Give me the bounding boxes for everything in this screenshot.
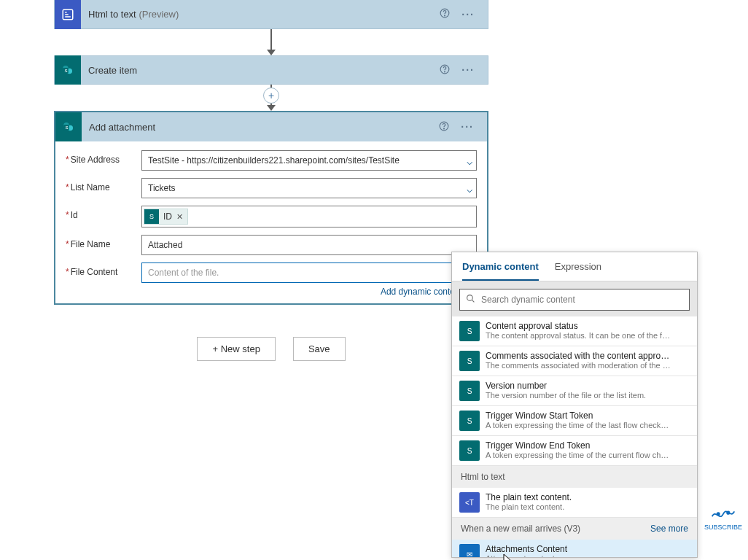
dynamic-content-list[interactable]: S Content approval statusThe content app… bbox=[452, 316, 697, 557]
sharepoint-icon: S bbox=[459, 321, 480, 341]
search-icon bbox=[466, 294, 475, 306]
action-create-item[interactable]: S Create item ··· bbox=[54, 55, 488, 85]
action-html-to-text[interactable]: Html to text (Preview) ··· bbox=[54, 0, 488, 29]
new-step-button[interactable]: + New step bbox=[197, 337, 275, 361]
list-name-select[interactable]: Tickets ⌵ bbox=[141, 178, 477, 198]
subscribe-watermark: SUBSCRIBE bbox=[704, 504, 742, 531]
dynamic-content-popup: Dynamic content Expression S Content app… bbox=[451, 252, 698, 558]
group-header-html-to-text: Html to text bbox=[452, 466, 697, 488]
site-address-select[interactable]: TestSite - https://citizenbuilders221.sh… bbox=[141, 150, 477, 171]
tab-dynamic-content[interactable]: Dynamic content bbox=[462, 252, 539, 281]
list-item-attachments-content[interactable]: ✉ Attachments ContentAttachment content bbox=[452, 540, 697, 557]
label-site-address: *Site Address bbox=[66, 150, 141, 165]
label-list-name: *List Name bbox=[66, 178, 141, 192]
save-button[interactable]: Save bbox=[293, 337, 346, 361]
action-header[interactable]: S Add attachment ··· bbox=[55, 112, 487, 141]
label-file-content: *File Content bbox=[66, 262, 141, 277]
list-item[interactable]: S Content approval statusThe content app… bbox=[452, 316, 697, 346]
search-field[interactable] bbox=[481, 295, 683, 305]
more-menu-icon[interactable]: ··· bbox=[455, 121, 480, 133]
svg-point-2 bbox=[445, 15, 445, 16]
svg-point-8 bbox=[445, 71, 445, 72]
help-icon[interactable] bbox=[433, 121, 455, 133]
more-menu-icon[interactable]: ··· bbox=[456, 64, 480, 76]
sharepoint-icon: S bbox=[55, 55, 81, 85]
html-icon bbox=[55, 0, 81, 29]
remove-token-icon[interactable]: ✕ bbox=[176, 212, 183, 222]
search-input[interactable] bbox=[459, 289, 690, 311]
insert-step-button[interactable]: + bbox=[263, 88, 279, 104]
outlook-icon: ✉ bbox=[459, 544, 480, 557]
list-item[interactable]: S Trigger Window Start TokenA token expr… bbox=[452, 406, 697, 436]
popup-tabs: Dynamic content Expression bbox=[452, 252, 697, 281]
action-title: Create item bbox=[88, 65, 434, 76]
tab-expression[interactable]: Expression bbox=[555, 252, 601, 281]
add-dynamic-content-link[interactable]: Add dynamic content ⚡ bbox=[66, 284, 477, 299]
label-id: *Id bbox=[66, 206, 141, 220]
action-add-attachment: S Add attachment ··· *Site Address TestS… bbox=[54, 111, 488, 305]
file-content-input[interactable]: Content of the file. bbox=[141, 262, 477, 283]
html-icon: <T bbox=[459, 492, 480, 513]
label-file-name: *File Name bbox=[66, 235, 141, 249]
list-item[interactable]: S Trigger Window End TokenA token expres… bbox=[452, 436, 697, 466]
id-input[interactable]: S ID ✕ bbox=[141, 206, 477, 228]
list-item[interactable]: <T The plain text content.The plain text… bbox=[452, 488, 697, 518]
svg-point-15 bbox=[467, 295, 473, 301]
help-icon[interactable] bbox=[434, 64, 456, 77]
id-token[interactable]: S ID ✕ bbox=[144, 209, 188, 225]
action-title: Add attachment bbox=[89, 122, 433, 133]
svg-point-14 bbox=[444, 128, 445, 129]
list-item[interactable]: S Version numberThe version number of th… bbox=[452, 376, 697, 406]
more-menu-icon[interactable]: ··· bbox=[456, 9, 480, 20]
group-header-email-v3: When a new email arrives (V3) See more bbox=[452, 518, 697, 540]
sharepoint-icon: S bbox=[459, 411, 480, 431]
help-icon[interactable] bbox=[434, 8, 456, 20]
see-more-link[interactable]: See more bbox=[650, 524, 688, 534]
svg-point-16 bbox=[717, 513, 719, 515]
sharepoint-icon: S bbox=[459, 440, 480, 461]
action-title: Html to text (Preview) bbox=[88, 9, 434, 20]
sharepoint-icon: S bbox=[459, 381, 480, 401]
svg-text:S: S bbox=[65, 69, 68, 73]
list-item[interactable]: S Comments associated with the content a… bbox=[452, 346, 697, 376]
svg-text:S: S bbox=[66, 125, 69, 130]
sharepoint-icon: S bbox=[55, 112, 82, 141]
svg-point-17 bbox=[727, 511, 729, 513]
sharepoint-icon: S bbox=[459, 351, 480, 371]
file-name-input[interactable]: Attached bbox=[141, 235, 477, 255]
